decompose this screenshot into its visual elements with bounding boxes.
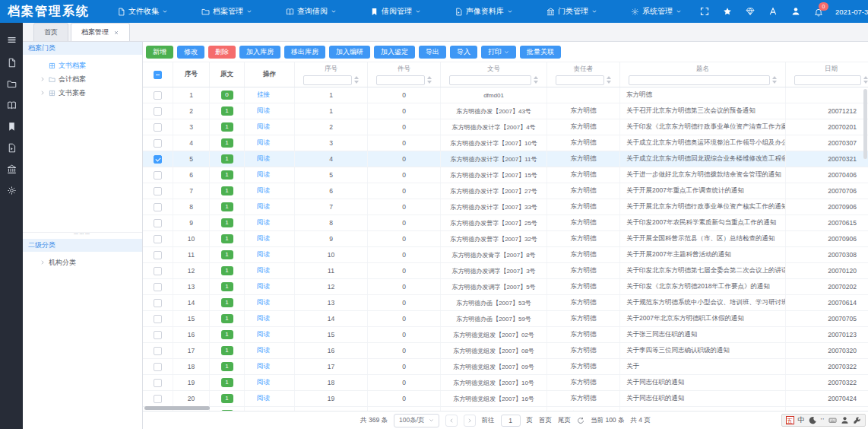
ime-logo-icon[interactable]: 五 (786, 416, 794, 424)
sidebar-item-bookmark[interactable] (0, 116, 23, 137)
operation-link[interactable]: 阅读 (257, 330, 270, 339)
tree-item[interactable]: 会计档案 (23, 72, 142, 86)
filter-input-5[interactable] (629, 75, 770, 85)
sidebar-item-menu[interactable] (0, 29, 23, 50)
tree-item[interactable]: 机构分类 (23, 256, 142, 269)
row-checkbox[interactable] (154, 107, 162, 116)
close-icon[interactable] (113, 30, 119, 36)
vertical-scrollbar[interactable] (863, 89, 867, 159)
next-page-button[interactable] (464, 415, 476, 427)
refresh-icon[interactable] (577, 417, 584, 424)
table-row[interactable]: 201阅读190东方明德党组发【2007】16号东方明德关于同志任职的通知200… (143, 391, 868, 407)
operation-link[interactable]: 阅读 (257, 218, 270, 227)
operation-link[interactable]: 阅读 (257, 282, 270, 291)
toolbar-button-10[interactable]: 打印 (481, 46, 516, 59)
table-row[interactable]: 21阅读10东方明德办发【2007】43号东方明德关于召开北京东方明德第三次会议… (143, 103, 868, 119)
operation-link[interactable]: 阅读 (257, 106, 270, 116)
operation-link[interactable]: 阅读 (257, 170, 270, 180)
half-full-width-icon[interactable] (809, 416, 817, 424)
user-icon[interactable] (791, 7, 800, 16)
sort-arrows[interactable] (534, 76, 538, 84)
punctuation-toggle[interactable]: ’’ (821, 417, 825, 424)
page-number-input[interactable] (501, 415, 521, 427)
operation-link[interactable]: 阅读 (257, 266, 270, 275)
table-row[interactable]: 181阅读170东方明德党组发【2007】09号东方明德关于20070322 (143, 359, 868, 375)
table-row[interactable]: 61阅读50东方明德办发计字【2007】15号东方明德关于进一步做好北京东方明德… (143, 167, 868, 183)
toolbar-button-6[interactable]: 加入编研 (329, 46, 370, 59)
table-row[interactable]: 81阅读70东方明德办发计字【2007】33号东方明德关于开展北京东方明德行政事… (143, 199, 868, 215)
operation-link[interactable]: 阅读 (257, 394, 270, 403)
row-checkbox[interactable] (154, 267, 162, 275)
toolbar-button-4[interactable]: 加入库房 (239, 46, 280, 59)
sort-arrows[interactable] (354, 76, 359, 84)
row-checkbox[interactable] (154, 235, 162, 243)
sort-arrows[interactable] (772, 76, 777, 84)
row-checkbox[interactable] (154, 139, 162, 148)
menu-item-2[interactable]: 档案管理 (186, 0, 271, 23)
toolbar-button-2[interactable]: 修改 (177, 46, 204, 59)
table-row[interactable]: 161阅读150东方明德党组发【2007】02号东方明德关于张三同志任职的通知2… (143, 327, 868, 343)
sidebar-item-bank[interactable] (0, 158, 23, 180)
sort-arrows[interactable] (863, 76, 868, 84)
operation-link[interactable]: 阅读 (257, 314, 270, 323)
toolbar-button-5[interactable]: 移出库房 (284, 46, 325, 59)
toolbar-button-3[interactable]: 删除 (208, 46, 236, 59)
row-checkbox[interactable] (154, 123, 162, 132)
tree-item[interactable]: 文书档案 (23, 59, 142, 72)
table-row[interactable]: 101阅读90东方明德办发普字【2007】32号东方明德关于开展全国科普示范县（… (143, 231, 868, 247)
toolbar-button-1[interactable]: 新增 (146, 46, 173, 59)
table-row[interactable]: 51阅读40东方明德办发计字【2007】11号东方明德关于成立北京东方明德回龙观… (143, 151, 868, 167)
notifications[interactable]: 0 (814, 7, 823, 16)
table-row[interactable]: 10挂接10dfmd01东方明德 (143, 87, 868, 103)
menu-item-5[interactable]: 声像资料库 (439, 0, 531, 23)
table-row[interactable]: 71阅读60东方明德办发计字【2007】27号东方明德关于开展2007年重点工作… (143, 183, 868, 199)
table-row[interactable]: 191阅读180东方明德党组发【2007】10号东方明德关于同志任职的通知200… (143, 375, 868, 391)
filter-input-6[interactable] (794, 75, 861, 85)
row-checkbox[interactable] (154, 203, 162, 211)
menu-item-3[interactable]: 查询借阅 (271, 0, 355, 23)
star-icon[interactable] (723, 7, 732, 16)
table-row[interactable]: 31阅读20东方明德办发计字【2007】4号东方明德关于印发《北京东方明德行政事… (143, 119, 868, 135)
sidebar-item-media[interactable] (0, 137, 23, 158)
toolbar-button-11[interactable]: 批量关联 (520, 46, 561, 59)
horizontal-scrollbar[interactable] (144, 406, 210, 410)
operation-link[interactable]: 阅读 (257, 122, 270, 132)
sidebar-item-folder[interactable] (0, 73, 23, 94)
row-checkbox[interactable] (154, 251, 162, 259)
operation-link[interactable]: 挂接 (257, 91, 270, 100)
menu-item-1[interactable]: 文件收集 (102, 0, 186, 23)
sidebar-item-book[interactable] (0, 94, 23, 116)
font-size-icon[interactable] (768, 7, 778, 16)
operation-link[interactable]: 阅读 (257, 298, 270, 307)
filter-input-1[interactable] (303, 75, 352, 85)
sidebar-item-document[interactable] (0, 52, 23, 73)
ime-language-toggle[interactable]: 中 (798, 416, 805, 424)
tab-1[interactable]: 首页 (33, 23, 68, 41)
soft-keyboard-icon[interactable] (828, 416, 837, 424)
operation-link[interactable]: 阅读 (257, 154, 270, 164)
toolbar-button-7[interactable]: 加入鉴定 (374, 46, 415, 59)
menu-item-4[interactable]: 借阅管理 (355, 0, 439, 23)
table-row[interactable]: 121阅读110东方明德办发调字【2007】3号东方明德关于印发北京东方明德第七… (143, 263, 868, 279)
table-row[interactable]: 91阅读80东方明德办发普字【2007】25号东方明德关于印发2007年农民科学… (143, 215, 868, 231)
last-page-link[interactable]: 尾页 (558, 416, 571, 425)
first-page-link[interactable]: 首页 (539, 416, 552, 425)
operation-link[interactable]: 阅读 (257, 234, 270, 243)
select-all-checkbox[interactable] (154, 71, 162, 79)
sort-arrows[interactable] (427, 76, 432, 84)
row-checkbox[interactable] (154, 91, 162, 100)
operation-link[interactable]: 阅读 (257, 346, 270, 355)
gem-icon[interactable] (746, 7, 755, 16)
prev-page-button[interactable] (445, 415, 458, 427)
fullscreen-icon[interactable] (700, 7, 709, 16)
row-checkbox[interactable] (154, 347, 162, 355)
toolbar-button-9[interactable]: 导入 (450, 46, 477, 59)
tree-item[interactable]: 文书案卷 (23, 86, 142, 100)
row-checkbox[interactable] (154, 379, 162, 387)
row-checkbox[interactable] (154, 155, 162, 164)
ime-toolbar[interactable]: 五 中 ’’ (781, 414, 866, 427)
row-checkbox[interactable] (154, 171, 162, 180)
row-checkbox[interactable] (154, 187, 162, 195)
menu-item-7[interactable]: 系统管理 (616, 0, 700, 23)
settings-wrench-icon[interactable] (853, 416, 861, 424)
